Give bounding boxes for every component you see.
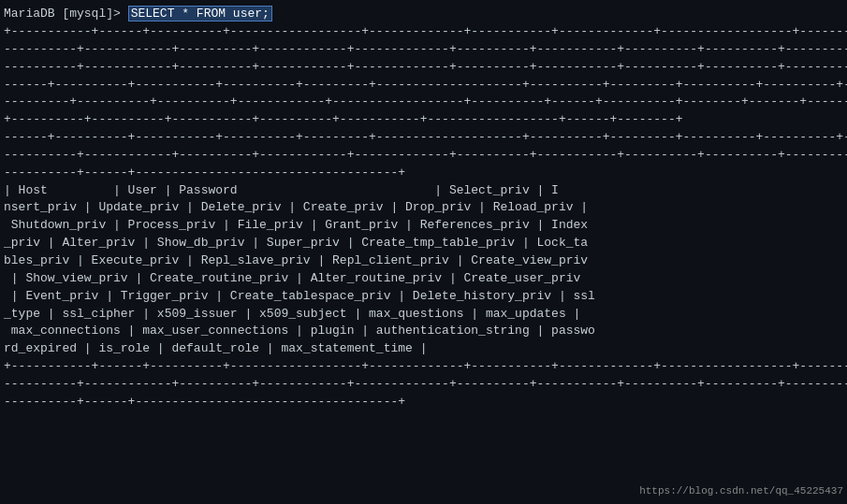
data-line-2: Shutdown_priv | Process_priv | File_priv… xyxy=(4,217,843,235)
table-border-6: +----------+----------+-----------+-----… xyxy=(4,111,843,129)
data-line-5: | Show_view_priv | Create_routine_priv |… xyxy=(4,270,843,288)
table-border-4: ------+----------+-----------+----------… xyxy=(4,77,843,94)
column-header-line: | Host | User | Password | Select_priv |… xyxy=(4,182,843,200)
table-border-8: ----------+------------+----------+-----… xyxy=(4,147,843,165)
prompt-line: MariaDB [mysql]> SELECT * FROM user; xyxy=(4,6,843,22)
table-border-3: ----------+------------+----------+-----… xyxy=(4,59,843,77)
data-line-9: rd_expired | is_role | default_role | ma… xyxy=(4,340,843,358)
table-border-7: ------+----------+-----------+----------… xyxy=(4,129,843,147)
table-border-9: ----------+------+----------------------… xyxy=(4,165,843,182)
data-line-8: max_connections | max_user_connections |… xyxy=(4,323,843,340)
table-border-2: ----------+------------+----------+-----… xyxy=(4,41,843,59)
table-bottom-1: +-----------+------+----------+---------… xyxy=(4,358,843,376)
data-line-6: | Event_priv | Trigger_priv | Create_tab… xyxy=(4,288,843,306)
prompt-text: MariaDB [mysql]> xyxy=(4,7,128,21)
table-bottom-2: ----------+------------+----------+-----… xyxy=(4,376,843,394)
table-bottom-3: ----------+------+----------------------… xyxy=(4,394,843,411)
table-border-5: ---------+----------+----------+--------… xyxy=(4,94,843,111)
table-border-1: +-----------+------+----------+---------… xyxy=(4,23,843,41)
watermark: https://blog.csdn.net/qq_45225437 xyxy=(639,485,843,497)
data-line-7: _type | ssl_cipher | x509_issuer | x509_… xyxy=(4,306,843,324)
command-text: SELECT * FROM user; xyxy=(128,6,272,22)
data-line-4: bles_priv | Execute_priv | Repl_slave_pr… xyxy=(4,252,843,270)
data-line-3: _priv | Alter_priv | Show_db_priv | Supe… xyxy=(4,235,843,252)
terminal-window: MariaDB [mysql]> SELECT * FROM user; +--… xyxy=(0,0,847,504)
data-line-1: nsert_priv | Update_priv | Delete_priv |… xyxy=(4,199,843,217)
